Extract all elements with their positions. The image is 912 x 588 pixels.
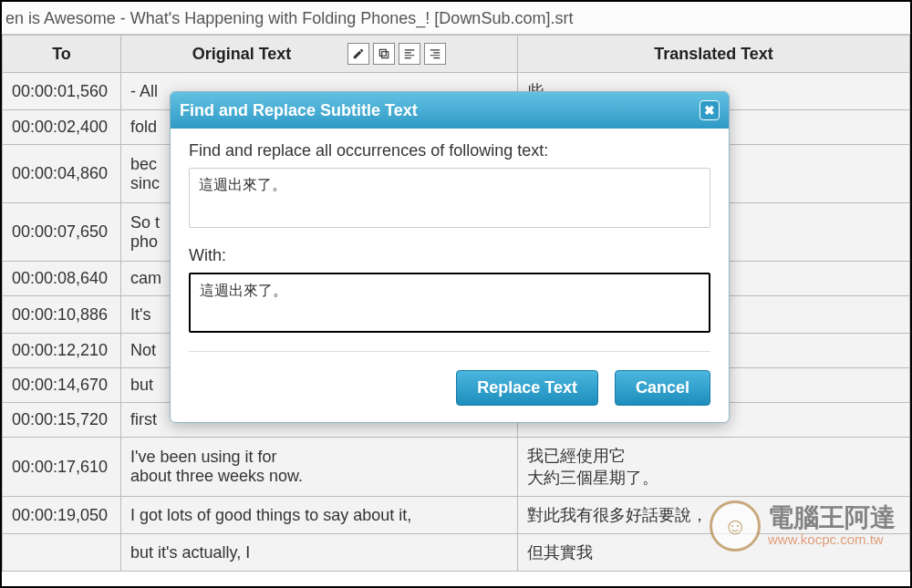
cell-to[interactable]: 00:00:17,610 bbox=[3, 438, 121, 497]
col-header-original[interactable]: Original Text bbox=[121, 36, 518, 73]
cell-to[interactable]: 00:00:10,886 bbox=[3, 296, 121, 334]
find-label: Find and replace all occurrences of foll… bbox=[189, 141, 710, 160]
find-textarea[interactable] bbox=[189, 168, 710, 228]
dialog-title: Find and Replace Subtitle Text bbox=[180, 101, 418, 120]
replace-text-button[interactable]: Replace Text bbox=[456, 370, 598, 406]
svg-rect-0 bbox=[380, 49, 387, 56]
cell-to[interactable]: 00:00:01,560 bbox=[3, 73, 121, 110]
close-icon[interactable]: ✖ bbox=[700, 100, 720, 120]
table-row[interactable]: 00:00:19,050I got lots of good things to… bbox=[3, 497, 910, 534]
cell-to[interactable] bbox=[3, 534, 121, 572]
cell-to[interactable]: 00:00:15,720 bbox=[3, 403, 121, 438]
col-header-to[interactable]: To bbox=[3, 36, 121, 73]
cell-to[interactable]: 00:00:02,400 bbox=[3, 110, 121, 145]
cell-translated[interactable]: 但其實我 bbox=[518, 534, 910, 572]
find-replace-dialog: Find and Replace Subtitle Text ✖ Find an… bbox=[170, 91, 730, 423]
svg-rect-1 bbox=[382, 52, 389, 58]
app-title: en is Awesome - What's Happening with Fo… bbox=[2, 2, 910, 35]
replace-textarea[interactable] bbox=[189, 273, 710, 333]
cell-to[interactable]: 00:00:07,650 bbox=[3, 203, 121, 262]
cell-to[interactable]: 00:00:19,050 bbox=[3, 497, 121, 534]
edit-icon[interactable] bbox=[347, 43, 369, 65]
cell-original[interactable]: I got lots of good things to say about i… bbox=[121, 497, 518, 534]
align-right-icon[interactable] bbox=[424, 43, 446, 65]
cell-original[interactable]: but it's actually, I bbox=[121, 534, 518, 572]
cell-translated[interactable]: 我已經使用它 大約三個星期了。 bbox=[518, 438, 910, 497]
cancel-button[interactable]: Cancel bbox=[615, 370, 710, 406]
cell-to[interactable]: 00:00:14,670 bbox=[3, 368, 121, 403]
dialog-titlebar[interactable]: Find and Replace Subtitle Text ✖ bbox=[171, 92, 729, 129]
copy-icon[interactable] bbox=[373, 43, 395, 65]
cell-to[interactable]: 00:00:12,210 bbox=[3, 334, 121, 368]
col-header-original-label: Original Text bbox=[192, 45, 292, 64]
table-row[interactable]: but it's actually, I但其實我 bbox=[3, 534, 910, 572]
cell-original[interactable]: I've been using it for about three weeks… bbox=[121, 438, 518, 497]
with-label: With: bbox=[189, 246, 710, 265]
align-left-icon[interactable] bbox=[399, 43, 420, 65]
col-header-translated[interactable]: Translated Text bbox=[518, 36, 910, 73]
cell-to[interactable]: 00:00:08,640 bbox=[3, 262, 121, 296]
cell-translated[interactable]: 對此我有很多好話要說， bbox=[518, 497, 910, 534]
table-row[interactable]: 00:00:17,610I've been using it for about… bbox=[3, 438, 910, 497]
cell-to[interactable]: 00:00:04,860 bbox=[3, 145, 121, 203]
